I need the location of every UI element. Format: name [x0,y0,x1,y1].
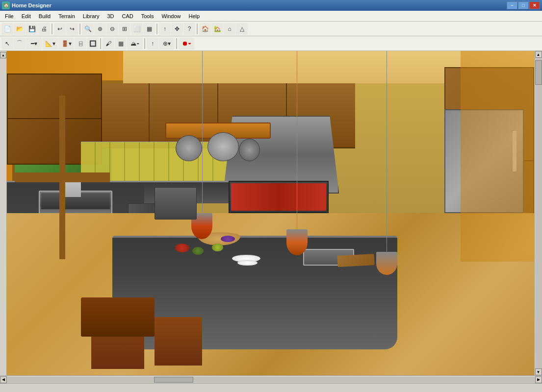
undo-button[interactable]: ↩ [54,23,66,35]
paint-tool[interactable]: 🖌 [103,38,114,49]
zoom-button[interactable]: 🔍 [82,23,94,35]
app-icon: 🏠 [2,1,10,9]
scroll-thumb-vertical[interactable] [535,60,542,85]
scroll-track-vertical[interactable] [535,58,542,368]
save-button[interactable]: 💾 [26,23,38,35]
menu-bar: File Edit Build Terrain Library 3D CAD T… [0,11,542,22]
horizontal-scrollbar[interactable]: ◀ ▶ [0,375,542,383]
sep1 [52,24,52,34]
fit-window-button[interactable]: ⊞ [119,23,130,35]
move-icon[interactable]: ✥ [171,23,183,35]
close-button[interactable]: ✕ [529,1,540,9]
menu-item-window[interactable]: Window [157,12,184,20]
menu-item-file[interactable]: File [1,12,18,20]
cutting-board [337,254,375,267]
vertical-scrollbar[interactable]: ▲ ▼ [534,51,542,375]
scroll-track-horizontal[interactable] [7,377,535,383]
title-bar: 🏠 Home Designer − □ ✕ [0,0,542,11]
sep7 [176,38,177,49]
menu-item-tools[interactable]: Tools [137,12,158,20]
left-panel: ▲ [0,51,7,375]
cursor-tool[interactable]: ↖ [1,38,13,49]
toolbar-2: ↖ ⌒ ━▾ 📐▾ 🚪▾ ⌸ 🔲 🖌 ▦ ⛰▾ ↑ ⊕▾ ⏺▾ [0,36,542,51]
open-button[interactable]: 📂 [14,23,26,35]
stair-tool[interactable]: ⌸ [75,38,86,49]
scroll-up-button[interactable]: ▲ [535,51,542,58]
left-scroll-up[interactable]: ▲ [0,52,6,58]
scroll-right-button[interactable]: ▶ [535,376,542,383]
sep3 [156,24,157,34]
toolbar-1: 📄 📂 💾 🖨 ↩ ↪ 🔍 ⊕ ⊖ ⊞ ⬜ ▦ ↑ ✥ ? 🏠 🏡 ⌂ △ [0,22,542,36]
sep4 [197,24,198,34]
sep6 [144,38,145,49]
3d-roof-button[interactable]: △ [236,23,248,35]
scroll-left-button[interactable]: ◀ [0,376,7,383]
minimize-button[interactable]: − [507,1,517,9]
fill-button[interactable]: ▦ [143,23,155,35]
menu-item-library[interactable]: Library [79,12,103,20]
arrow-up-icon[interactable]: ↑ [159,23,171,35]
pattern-tool[interactable]: ▦ [115,38,127,49]
new-button[interactable]: 📄 [1,23,13,35]
door-tool[interactable]: 🚪▾ [58,38,74,49]
pendant-light-1 [202,51,203,229]
3d-house3-button[interactable]: ⌂ [224,23,235,35]
maximize-button[interactable]: □ [518,1,529,9]
dimension-tool[interactable]: 📐▾ [42,38,58,49]
move-tool[interactable]: ⊕▾ [159,38,175,49]
app-title: Home Designer [12,2,507,8]
symbol-tool[interactable]: 🔲 [87,38,99,49]
menu-item-3d[interactable]: 3D [103,12,118,20]
menu-item-cad[interactable]: CAD [118,12,137,20]
arrow-tool[interactable]: ↑ [147,38,158,49]
redo-button[interactable]: ↪ [66,23,78,35]
menu-item-build[interactable]: Build [35,12,54,20]
3d-house1-button[interactable]: 🏠 [199,23,211,35]
menu-item-terrain[interactable]: Terrain [54,12,79,20]
print-button[interactable]: 🖨 [38,23,50,35]
3d-viewport [7,51,534,375]
pendant-light-2 [297,51,297,245]
help-button[interactable]: ? [183,23,195,35]
pendant-light-3 [387,51,387,271]
zoom-in-button[interactable]: ⊕ [94,23,106,35]
wall-tool[interactable]: ━▾ [26,38,42,49]
right-wall [461,51,535,262]
scroll-thumb-horizontal[interactable] [154,377,193,383]
record-button[interactable]: ⏺▾ [179,38,194,49]
menu-item-help[interactable]: Help [185,12,204,20]
scroll-down-button[interactable]: ▼ [535,368,542,375]
3d-house2-button[interactable]: 🏡 [211,23,223,35]
menu-item-edit[interactable]: Edit [18,12,35,20]
status-bar [0,383,542,392]
chair-2 [155,317,202,366]
sep2 [79,24,80,34]
arc-tool[interactable]: ⌒ [14,38,26,49]
terrain-tool[interactable]: ⛰▾ [127,38,143,49]
sep5 [100,38,101,49]
zoom-out-button[interactable]: ⊖ [106,23,118,35]
select-region-button[interactable]: ⬜ [131,23,143,35]
